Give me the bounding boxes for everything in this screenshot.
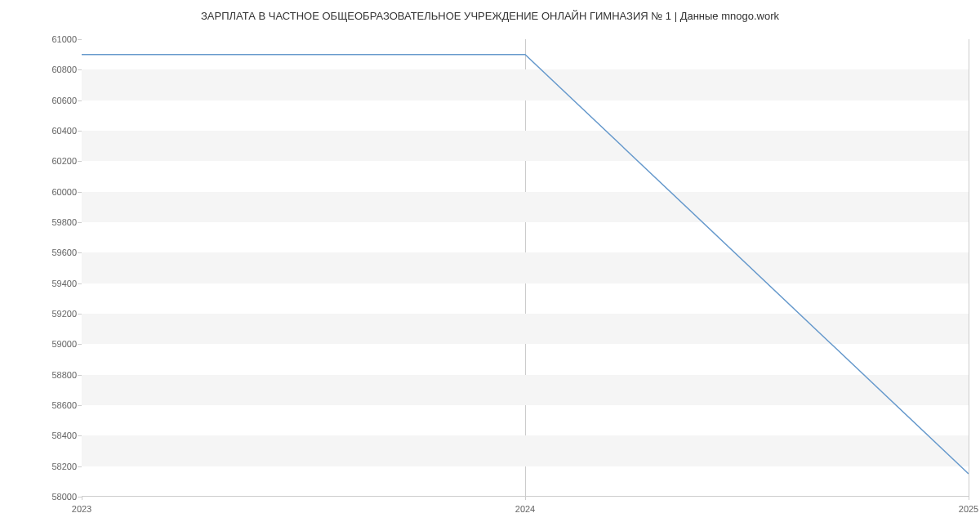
y-tick-label: 60800 xyxy=(41,65,77,74)
x-tick-mark xyxy=(525,496,526,500)
y-tick-label: 58000 xyxy=(41,492,77,502)
plot-region: 5800058200584005860058800590005920059400… xyxy=(82,39,969,497)
y-tick-label: 58400 xyxy=(41,431,77,440)
y-tick-label: 59200 xyxy=(41,309,77,319)
y-tick-label: 59400 xyxy=(41,279,77,288)
y-tick-label: 58800 xyxy=(41,370,77,380)
y-tick-mark xyxy=(78,252,82,253)
y-tick-label: 60200 xyxy=(41,156,77,166)
y-tick-label: 60000 xyxy=(41,187,77,197)
y-tick-mark xyxy=(78,222,82,223)
x-tick-label: 2023 xyxy=(72,504,91,514)
y-tick-mark xyxy=(78,283,82,284)
x-tick-mark xyxy=(969,496,969,500)
y-tick-label: 59600 xyxy=(41,248,77,257)
y-tick-mark xyxy=(78,405,82,406)
data-line xyxy=(82,55,969,474)
y-tick-mark xyxy=(78,192,82,193)
y-tick-mark xyxy=(78,100,82,101)
v-gridline xyxy=(969,39,969,497)
x-tick-mark xyxy=(82,496,82,500)
y-tick-mark xyxy=(78,314,82,315)
y-tick-mark xyxy=(78,161,82,162)
y-tick-mark xyxy=(78,69,82,70)
y-tick-mark xyxy=(78,466,82,467)
y-tick-mark xyxy=(78,435,82,436)
x-tick-label: 2024 xyxy=(515,504,535,514)
y-tick-label: 61000 xyxy=(41,34,77,44)
x-tick-label: 2025 xyxy=(959,504,978,514)
y-tick-label: 60400 xyxy=(41,126,77,136)
y-tick-mark xyxy=(78,39,82,40)
y-tick-mark xyxy=(78,131,82,132)
y-tick-label: 59000 xyxy=(41,339,77,349)
y-tick-mark xyxy=(78,344,82,345)
y-tick-label: 60600 xyxy=(41,96,77,105)
y-tick-label: 58600 xyxy=(41,400,77,410)
y-tick-mark xyxy=(78,375,82,376)
y-tick-label: 58200 xyxy=(41,462,77,471)
line-series xyxy=(82,39,969,497)
chart-area: 5800058200584005860058800590005920059400… xyxy=(82,39,969,497)
y-tick-label: 59800 xyxy=(41,217,77,227)
chart-title: ЗАРПЛАТА В ЧАСТНОЕ ОБЩЕОБРАЗОВАТЕЛЬНОЕ У… xyxy=(0,0,980,22)
